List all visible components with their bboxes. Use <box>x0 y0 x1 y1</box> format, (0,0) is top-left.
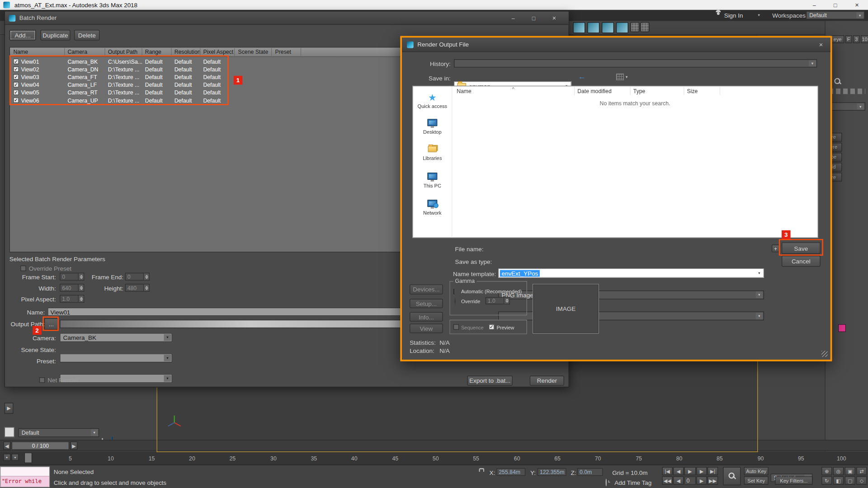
column-header-camera[interactable]: Camera <box>67 49 87 55</box>
back-nav-icon[interactable]: ← <box>578 72 585 81</box>
view-menu-caret-icon[interactable]: ▼ <box>625 75 628 79</box>
sidebar-item-quick-access[interactable]: ★ Quick access <box>413 92 452 109</box>
column-header-range[interactable]: Range <box>145 49 161 55</box>
batch-close-button[interactable]: × <box>548 14 560 23</box>
increment-name-button[interactable]: + <box>772 244 779 252</box>
render-production-icon[interactable] <box>602 22 614 33</box>
file-column-name[interactable]: Name <box>457 88 472 94</box>
render-output-titlebar[interactable]: Render Output File × <box>402 38 830 52</box>
toolbar-fragment-10[interactable]: 10 <box>861 35 868 43</box>
zoom-icon[interactable]: ⊕ <box>821 467 832 475</box>
file-column-size[interactable]: Size <box>687 88 698 94</box>
mini-listener-expand-button[interactable]: ▶ <box>5 403 14 413</box>
next-frame-button[interactable]: ▶ <box>696 467 707 475</box>
key-mode-button[interactable]: ◀ <box>673 476 684 484</box>
toolbar-fragment-3[interactable]: 3 <box>853 35 860 43</box>
frame-start-spinner[interactable]: 0 <box>60 273 84 281</box>
maximize-viewport-icon[interactable]: ◇ <box>856 476 867 484</box>
time-slider-prev-button[interactable]: ◀ <box>3 441 10 450</box>
devices-button[interactable]: Devices... <box>410 284 443 294</box>
column-header-resolution[interactable]: Resolution <box>175 49 201 55</box>
file-column-type[interactable]: Type <box>633 88 646 94</box>
previous-key-button[interactable]: ◀◀ <box>662 476 673 484</box>
zoom-all-icon[interactable]: ◎ <box>833 467 844 475</box>
end-key-button[interactable]: ▶▶ <box>708 476 718 484</box>
layer-dropdown[interactable]: Default ▼ <box>18 428 99 437</box>
key-filters-button[interactable]: Key Filters... <box>775 476 812 484</box>
auto-key-button[interactable]: Auto Key <box>744 467 769 475</box>
history-dropdown[interactable]: ▼ <box>454 59 817 67</box>
pixel-aspect-spinner[interactable]: 1.0 <box>60 295 84 303</box>
time-slider-next-button[interactable]: ▶ <box>71 441 78 450</box>
resize-grip[interactable] <box>821 351 827 357</box>
gamma-override-radio[interactable] <box>454 298 455 305</box>
workspace-layout-icon[interactable] <box>631 22 640 32</box>
override-preset-checkbox[interactable] <box>20 266 26 271</box>
current-frame-marker[interactable] <box>24 453 32 463</box>
frame-end-spinner[interactable]: 0 <box>125 273 150 281</box>
preview-checkbox[interactable]: ✓ <box>489 324 494 330</box>
workspaces-dropdown[interactable]: Default ▼ <box>806 11 865 19</box>
add-time-tag[interactable]: Add Time Tag <box>614 479 651 486</box>
cancel-button[interactable]: Cancel <box>782 256 821 267</box>
column-header-scene-state[interactable]: Scene State <box>238 49 269 55</box>
export-bat-button[interactable]: Export to .bat... <box>467 375 512 385</box>
go-to-start-button[interactable]: |◀ <box>662 467 673 475</box>
camera-dropdown[interactable]: Camera_BK ▼ <box>60 333 172 342</box>
toolbar-fragment-f[interactable]: F <box>845 35 852 43</box>
add-button[interactable]: Add... <box>9 30 36 40</box>
previous-frame-button[interactable]: ◀ <box>673 467 684 475</box>
current-frame-field[interactable]: 0 <box>684 476 696 484</box>
width-spinner[interactable]: 640 <box>60 284 84 291</box>
y-coordinate-field[interactable]: 122.355m <box>538 468 566 476</box>
view-button[interactable]: View <box>410 324 443 333</box>
file-name-combo[interactable]: envExt_YPos ▼ <box>498 268 764 278</box>
track-bar-filter-icon[interactable]: ▪ <box>12 454 19 461</box>
batch-minimize-button[interactable]: – <box>508 14 519 23</box>
sign-in-caret-icon[interactable]: ▼ <box>757 13 760 16</box>
set-key-button[interactable]: Set Key <box>744 476 769 484</box>
sidebar-item-libraries[interactable]: Libraries <box>413 146 452 161</box>
workspace-layout-alt-icon[interactable] <box>641 22 650 32</box>
go-to-end-button[interactable]: ▶| <box>708 467 718 475</box>
view-menu-icon[interactable] <box>616 74 624 80</box>
object-color-swatch[interactable] <box>838 324 846 332</box>
toolbar-fragment-eye[interactable]: eye <box>831 35 844 43</box>
time-slider-handle[interactable]: 0 / 100 <box>12 441 69 450</box>
track-bar[interactable]: ▪ ▪ 5 10 15 20 25 30 35 40 45 50 55 60 6… <box>0 451 868 465</box>
maxscript-mini-listener[interactable]: "Error while <box>0 466 50 488</box>
window-maximize-button[interactable]: □ <box>825 0 846 10</box>
render-in-cloud-icon[interactable] <box>616 22 628 33</box>
z-coordinate-field[interactable]: 0.0m <box>577 468 603 476</box>
sidebar-item-this-pc[interactable]: This PC <box>413 173 452 189</box>
net-render-checkbox[interactable] <box>39 377 45 383</box>
field-of-view-icon[interactable]: ▢ <box>845 476 855 484</box>
info-button[interactable]: Info... <box>410 312 443 322</box>
play-button[interactable]: ▶ <box>684 467 696 475</box>
sequence-checkbox[interactable] <box>453 324 459 330</box>
column-header-name[interactable]: Name <box>13 49 28 55</box>
window-close-button[interactable]: × <box>846 0 868 10</box>
gamma-automatic-radio[interactable] <box>453 288 454 296</box>
selection-region-icon[interactable] <box>5 427 14 437</box>
sign-in-button[interactable]: Sign In <box>724 12 743 19</box>
render-output-close-button[interactable]: × <box>816 40 826 49</box>
orbit-icon[interactable]: ↻ <box>821 476 832 484</box>
duplicate-button[interactable]: Duplicate <box>40 30 70 40</box>
column-header-output-path[interactable]: Output Path <box>108 49 137 55</box>
zoom-region-icon[interactable]: ◧ <box>833 476 844 484</box>
batch-render-titlebar[interactable]: Batch Render – □ × <box>5 12 569 25</box>
column-header-preset[interactable]: Preset <box>275 49 291 55</box>
panel-dropdown[interactable]: ▼ <box>828 103 865 111</box>
x-coordinate-field[interactable]: 255.84m <box>496 468 525 476</box>
set-keys-button[interactable] <box>723 467 741 485</box>
scene-state-dropdown[interactable]: ▼ <box>60 353 172 362</box>
batch-maximize-button[interactable]: □ <box>528 14 539 23</box>
render-button[interactable]: Render <box>530 375 564 385</box>
panel-tab-icons[interactable] <box>829 89 865 94</box>
zoom-extents-icon[interactable]: ▣ <box>845 467 855 475</box>
next-key-button[interactable]: ▶ <box>696 476 707 484</box>
sidebar-item-network[interactable]: Network <box>413 200 452 216</box>
gamma-override-spinner[interactable]: 1.0 <box>486 297 510 305</box>
delete-button[interactable]: Delete <box>74 30 99 40</box>
